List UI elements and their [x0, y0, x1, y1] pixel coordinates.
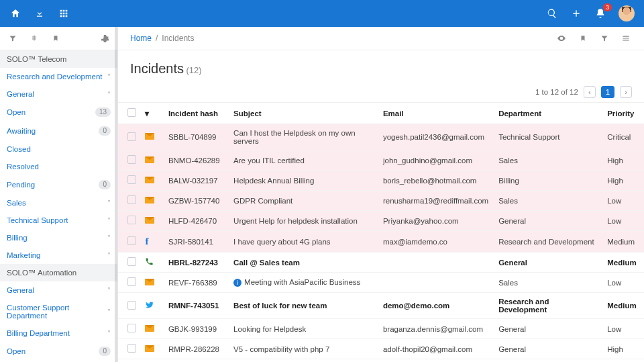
table-row[interactable]: BALW-032197Helpdesk Annual Billingboris_…	[118, 171, 644, 191]
row-checkbox[interactable]	[127, 257, 136, 266]
page-title-bar: Incidents (12)	[118, 50, 644, 82]
sidebar-count: 0	[99, 180, 111, 189]
sidebar-item[interactable]: Research and Development˅	[0, 68, 117, 85]
sidebar-item[interactable]: Billing˅	[0, 229, 117, 246]
table-row[interactable]: WTHJ-363716Your request for Helpdesk on …	[118, 359, 644, 363]
home-icon[interactable]	[9, 7, 21, 19]
mail-icon	[145, 217, 154, 224]
row-checkbox[interactable]	[127, 195, 136, 204]
col-subject[interactable]: Subject	[229, 103, 379, 124]
pager-prev[interactable]: ‹	[584, 86, 596, 98]
sidebar-item[interactable]: Marketing˅	[0, 246, 117, 264]
cell-hash: SJRI-580141	[164, 231, 229, 253]
sidebar-item[interactable]: Customer Support Department˅	[0, 299, 117, 324]
row-checkbox[interactable]	[127, 132, 136, 141]
mail-icon	[145, 177, 154, 183]
twitter-icon	[145, 301, 154, 309]
sidebar-item[interactable]: Pending0	[0, 175, 117, 194]
org-icon[interactable]	[28, 32, 40, 44]
bookmark-icon[interactable]	[50, 32, 62, 44]
download-icon[interactable]	[34, 7, 46, 19]
cell-subject: Looking for Helpdesk	[229, 319, 379, 339]
sidebar-item[interactable]: Closed	[0, 140, 117, 158]
cell-subject: Best of luck for new team	[229, 293, 379, 319]
page-title: Incidents	[130, 61, 184, 76]
cell-subject: Urgent Help for helpdesk installation	[229, 211, 379, 231]
cell-email: yogesh.patil2436@gmail.com	[379, 124, 494, 150]
row-checkbox[interactable]	[127, 301, 136, 310]
chevron-icon: ˅	[107, 73, 111, 81]
main: Home / Incidents Incidents (12) 1 to 12 …	[118, 27, 644, 362]
col-priority[interactable]: Priority	[603, 103, 644, 124]
col-hash[interactable]: Incident hash	[164, 103, 229, 124]
avatar[interactable]	[619, 5, 635, 21]
gear-icon[interactable]	[99, 32, 111, 44]
row-checkbox[interactable]	[127, 324, 136, 332]
cell-subject: GDPR Compliant	[229, 191, 379, 211]
col-caret[interactable]: ▾	[141, 103, 164, 124]
col-email[interactable]: Email	[379, 103, 494, 124]
filter-icon[interactable]	[7, 32, 19, 44]
table-row[interactable]: RMNF-743051Best of luck for new teamdemo…	[118, 293, 644, 319]
row-checkbox[interactable]	[127, 236, 136, 245]
cell-email: adolf-thopil20@gmail.com	[379, 339, 494, 359]
chevron-icon: ˅	[107, 252, 111, 259]
col-department[interactable]: Department	[494, 103, 603, 124]
bookmark-icon[interactable]	[577, 32, 589, 44]
sidebar-item[interactable]: Technical Support˅	[0, 212, 117, 229]
cell-hash: RMNF-743051	[164, 293, 229, 319]
sidebar-item-label: Billing	[7, 234, 28, 242]
cell-email: demo@demo.com	[379, 293, 494, 319]
table-row[interactable]: BNMO-426289Are you ITIL certifiedjohn_gu…	[118, 150, 644, 171]
row-checkbox[interactable]	[127, 155, 136, 164]
select-all-checkbox[interactable]	[127, 108, 136, 117]
search-icon[interactable]	[546, 7, 558, 19]
row-checkbox[interactable]	[127, 344, 136, 353]
mail-icon	[145, 345, 154, 352]
pager-next[interactable]: ›	[620, 86, 632, 98]
cell-priority: Medium	[603, 253, 644, 273]
sidebar-item-label: Marketing	[7, 251, 41, 259]
table-row[interactable]: REVF-766389iMeeting with AsiaPacific Bus…	[118, 273, 644, 293]
cell-priority: High	[603, 150, 644, 171]
table-row[interactable]: RMPR-286228V5 - compatibility with php 7…	[118, 339, 644, 359]
table-row[interactable]: fSJRI-580141I have query about 4G plansm…	[118, 231, 644, 253]
row-checkbox[interactable]	[127, 175, 136, 184]
cell-hash: BALW-032197	[164, 171, 229, 191]
cell-department: Sales	[494, 191, 603, 211]
mail-icon	[145, 156, 154, 163]
breadcrumb-home[interactable]: Home	[130, 34, 152, 43]
pager-range: 1 to 12 of 12	[535, 88, 578, 96]
row-checkbox[interactable]	[127, 216, 136, 224]
table-row[interactable]: GBJK-993199Looking for Helpdeskbraganza.…	[118, 319, 644, 339]
table-row[interactable]: SBBL-704899Can I host the Helpdesk on my…	[118, 124, 644, 150]
menu-icon[interactable]	[620, 32, 632, 44]
cell-email	[379, 273, 494, 293]
cell-department: General	[494, 339, 603, 359]
add-icon[interactable]	[570, 7, 582, 19]
table-row[interactable]: GZBW-157740GDPR Compliantrenusharma19@re…	[118, 191, 644, 211]
cell-department: General	[494, 319, 603, 339]
sidebar-item[interactable]: Open13	[0, 103, 117, 122]
sidebar-item[interactable]: Open0	[0, 342, 117, 361]
row-checkbox[interactable]	[127, 277, 136, 286]
breadcrumb-sep: /	[156, 34, 158, 43]
sidebar-item[interactable]: Awaiting0	[0, 122, 117, 140]
sidebar-item[interactable]: Sales˅	[0, 194, 117, 212]
table-row[interactable]: HBRL-827243Call @ Sales teamGeneralMediu…	[118, 253, 644, 273]
apps-icon[interactable]	[58, 7, 70, 19]
cell-priority: High	[603, 171, 644, 191]
mail-icon	[145, 279, 154, 285]
filter-icon[interactable]	[598, 32, 610, 44]
table-row[interactable]: HLFD-426470Urgent Help for helpdesk inst…	[118, 211, 644, 231]
sidebar-item[interactable]: General˄	[0, 85, 117, 103]
topbar: 3	[0, 0, 644, 27]
sidebar-item[interactable]: General˅	[0, 281, 117, 299]
cell-priority: High	[603, 359, 644, 363]
sidebar-item[interactable]: Billing Department˅	[0, 324, 117, 342]
pager-page[interactable]: 1	[601, 86, 614, 98]
eye-icon[interactable]	[555, 32, 568, 44]
bell-icon[interactable]: 3	[594, 7, 606, 19]
sidebar-item[interactable]: Resolved	[0, 158, 117, 175]
cell-subject: I have query about 4G plans	[229, 231, 379, 253]
